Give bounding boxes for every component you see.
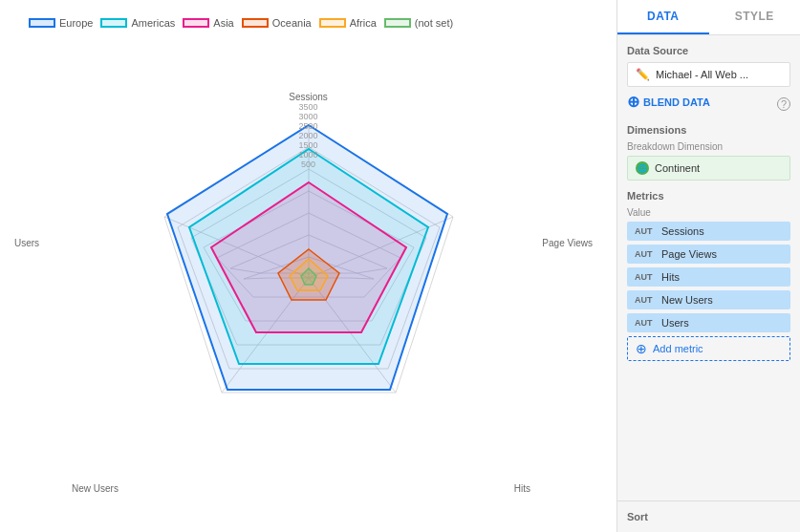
legend-africa-label: Africa	[350, 17, 377, 29]
tab-data[interactable]: DATA	[617, 0, 709, 34]
dimensions-label: Dimensions	[627, 124, 790, 136]
right-panel: DATA STYLE Data Source ✏️ Michael - All …	[616, 0, 800, 532]
legend-asia: Asia	[183, 17, 233, 29]
blend-data-button[interactable]: ⊕ BLEND DATA	[627, 93, 710, 111]
dimension-box[interactable]: 🌐 Continent	[627, 156, 790, 181]
aut-badge-sessions: AUT	[635, 226, 656, 236]
metric-hits-label: Hits	[661, 271, 680, 283]
metric-sessions-label: Sessions	[661, 225, 704, 237]
metric-sessions[interactable]: AUT Sessions	[627, 222, 790, 241]
sort-section: Sort	[617, 500, 800, 532]
legend-europe: Europe	[29, 17, 93, 29]
data-source-value: Michael - All Web ...	[656, 69, 748, 80]
blend-plus-icon: ⊕	[627, 93, 639, 111]
breakdown-dimension-label: Breakdown Dimension	[627, 141, 790, 152]
chart-area: Europe Americas Asia Oceania Africa (not…	[0, 0, 616, 532]
help-icon[interactable]: ?	[777, 97, 790, 111]
panel-content: Data Source ✏️ Michael - All Web ... ⊕ B…	[617, 35, 800, 500]
data-source-box[interactable]: ✏️ Michael - All Web ...	[627, 62, 790, 87]
legend-oceania-label: Oceania	[272, 17, 312, 29]
legend: Europe Americas Asia Oceania Africa (not…	[10, 10, 607, 32]
aut-badge-users: AUT	[635, 318, 656, 328]
add-metric-button[interactable]: ⊕ Add metric	[627, 336, 790, 361]
pageviews-axis-label: Page Views	[542, 238, 593, 248]
legend-oceania: Oceania	[242, 17, 312, 29]
legend-asia-label: Asia	[213, 17, 233, 29]
aut-badge-pageviews: AUT	[635, 249, 656, 259]
metrics-value-label: Value	[627, 207, 790, 218]
aut-badge-hits: AUT	[635, 272, 656, 282]
users-axis-label: Users	[14, 238, 39, 248]
metric-hits[interactable]: AUT Hits	[627, 267, 790, 287]
pencil-icon: ✏️	[636, 68, 650, 81]
tabs: DATA STYLE	[617, 0, 800, 35]
legend-africa: Africa	[319, 17, 377, 29]
dimension-value: Continent	[655, 162, 700, 174]
globe-icon: 🌐	[636, 161, 649, 175]
metric-users-label: Users	[661, 317, 689, 329]
data-source-label: Data Source	[627, 45, 790, 56]
metric-users[interactable]: AUT Users	[627, 313, 790, 332]
metric-pageviews[interactable]: AUT Page Views	[627, 245, 790, 264]
metrics-label: Metrics	[627, 190, 790, 202]
legend-notset: (not set)	[384, 17, 453, 29]
hits-axis-label: Hits	[514, 483, 530, 494]
add-metric-icon: ⊕	[636, 341, 647, 356]
legend-europe-label: Europe	[59, 17, 93, 29]
sort-label: Sort	[627, 511, 790, 522]
radar-container: Sessions 3500 3000 2500 2000 1500 1000 5…	[10, 32, 607, 522]
newusers-axis-label: New Users	[72, 483, 119, 494]
aut-badge-newusers: AUT	[635, 295, 656, 305]
legend-notset-label: (not set)	[415, 17, 453, 29]
add-metric-label: Add metric	[653, 343, 703, 354]
metric-newusers[interactable]: AUT New Users	[627, 290, 790, 309]
metric-pageviews-label: Page Views	[661, 248, 717, 260]
legend-americas: Americas	[100, 17, 175, 29]
tab-style[interactable]: STYLE	[709, 0, 801, 34]
metric-newusers-label: New Users	[661, 294, 713, 306]
sessions-axis-label: Sessions 3500 3000 2500 2000 1500 1000 5…	[289, 92, 328, 169]
legend-americas-label: Americas	[131, 17, 175, 29]
